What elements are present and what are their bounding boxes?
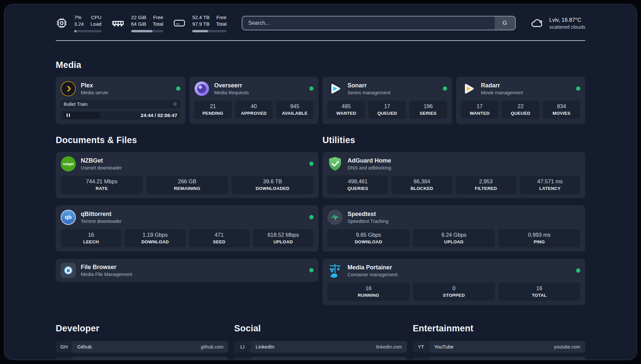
memory-icon xyxy=(111,18,125,28)
stat-tile: 86,384 BLOCKED xyxy=(391,176,452,194)
app-link-adguard[interactable]: AdGuard Home DNS and adblocking xyxy=(327,156,580,171)
bookmark-name: Twitter xyxy=(256,360,270,360)
search-engine-button[interactable]: G xyxy=(495,16,515,30)
app-name: qBittorrent xyxy=(81,211,122,218)
cpu-load-value: 3.24 xyxy=(74,21,84,27)
app-description: Usenet downloader xyxy=(81,165,122,170)
stat-tile: 39.6 TB DOWNLOADED xyxy=(231,176,314,194)
dashboard: 7% 3.24 CPU Load xyxy=(4,4,637,360)
section-title-utilities: Utilities xyxy=(322,135,585,145)
storage-progress-bar xyxy=(192,30,227,32)
section-documents: Documents & Files nzbget NZBGet Usenet d… xyxy=(56,124,319,305)
app-description: Speedtest Tracking xyxy=(348,219,388,224)
app-link-portainer[interactable]: Media Portainer Container management xyxy=(327,263,580,278)
app-name: Radarr xyxy=(481,82,523,89)
section-title-developer: Developer xyxy=(56,323,228,334)
app-link-nzbget[interactable]: nzbget NZBGet Usenet downloader xyxy=(61,156,314,171)
stat-tile: 16 RUNNING xyxy=(327,283,410,301)
cpu-stat: 7% 3.24 CPU Load xyxy=(56,14,102,32)
bookmark-name: YouTube xyxy=(434,344,454,349)
overseerr-icon xyxy=(194,81,209,96)
gear-icon[interactable] xyxy=(172,102,177,106)
status-dot xyxy=(443,86,447,91)
memory-total-value: 64 GiB xyxy=(131,21,146,27)
app-link-radarr[interactable]: Radarr Movie management xyxy=(461,81,581,96)
plex-icon xyxy=(61,81,76,96)
storage-icon xyxy=(173,18,186,28)
bookmark-name: Github xyxy=(77,344,92,349)
app-card-overseerr: Overseerr Media Requests 21 PENDING 40 A… xyxy=(189,77,319,124)
bookmark-url: twitter.com xyxy=(380,360,402,360)
memory-free-value: 22 GiB xyxy=(131,14,146,21)
stat-tile: 498,461 QUERIES xyxy=(327,176,388,194)
app-name: Sonarr xyxy=(348,82,390,89)
stat-tile: 16 TOTAL xyxy=(498,283,580,301)
cpu-usage-label: CPU xyxy=(90,14,101,21)
top-bar: 7% 3.24 CPU Load xyxy=(56,4,585,32)
speedtest-icon xyxy=(327,210,343,225)
section-title-media: Media xyxy=(56,60,585,70)
app-description: Movie management xyxy=(481,90,523,95)
playback-time: 24:44 / 02:06:47 xyxy=(141,112,177,118)
app-description: Media File Management xyxy=(81,272,132,277)
status-dot xyxy=(176,86,180,91)
stat-tile: 2,953 FILTERED xyxy=(456,176,516,194)
bookmark-abbr: LI xyxy=(234,341,251,353)
storage-free-value: 52.4 TB xyxy=(192,14,209,21)
stat-tile: 618.52 Mbps UPLOAD xyxy=(253,229,314,247)
app-link-overseerr[interactable]: Overseerr Media Requests xyxy=(194,81,314,96)
nzbget-icon: nzbget xyxy=(61,156,76,171)
app-name: AdGuard Home xyxy=(348,157,391,164)
app-link-filebrowser[interactable]: File Browser Media File Management xyxy=(61,263,314,278)
weather-location-temp: Lviv, 16.87°C xyxy=(549,17,585,23)
app-card-adguard: AdGuard Home DNS and adblocking 498,461 … xyxy=(322,152,585,198)
bookmark-abbr: NF xyxy=(413,357,429,360)
bookmark-twitter[interactable]: TW Twitter twitter.com xyxy=(234,357,407,360)
storage-free-label: Free xyxy=(216,14,227,21)
app-link-speedtest[interactable]: Speedtest Speedtest Tracking xyxy=(327,210,580,225)
header-divider xyxy=(56,40,585,41)
bookmark-linkedin[interactable]: LI LinkedIn linkedin.com xyxy=(234,341,407,353)
stat-tile: 196 SERIES xyxy=(409,101,447,119)
stat-tile: 9.24 Gbps UPLOAD xyxy=(413,229,495,247)
app-name: Overseerr xyxy=(214,82,249,89)
section-utilities: Utilities AdGuard H xyxy=(322,124,585,305)
bookmark-name: LinkedIn xyxy=(256,344,274,349)
app-description: Series management xyxy=(348,90,390,95)
bookmark-netflix[interactable]: NF Netflix netflix.com xyxy=(413,357,585,360)
status-dot xyxy=(309,86,314,91)
storage-stat: 52.4 TB 97.9 TB Free Total xyxy=(173,14,227,32)
app-link-qbittorrent[interactable]: qb qBittorrent Torrent downloader xyxy=(61,210,314,225)
cpu-progress-bar xyxy=(74,30,102,32)
app-name: Media Portainer xyxy=(348,264,398,271)
bookmark-url: github.com xyxy=(201,344,223,349)
memory-stat: 22 GiB 64 GiB Free Total xyxy=(111,14,164,32)
stat-tile: 945 AVAILABLE xyxy=(276,101,314,119)
bookmark-url: netflix.com xyxy=(558,360,580,360)
bookmarks-entertainment: Entertainment YT YouTube youtube.com NF … xyxy=(413,323,585,360)
bookmarks-social: Social LI LinkedIn linkedin.com TW Twitt… xyxy=(234,323,407,360)
bookmark-url: stackoverflow.com xyxy=(186,360,223,360)
app-link-plex[interactable]: Plex Media server xyxy=(61,81,180,96)
search-input[interactable] xyxy=(242,16,495,30)
plex-now-playing: Bullet Train 24:44 / 02:06:47 xyxy=(61,100,180,120)
pause-button[interactable] xyxy=(64,112,100,119)
app-link-sonarr[interactable]: Sonarr Series management xyxy=(327,81,447,96)
bookmark-youtube[interactable]: YT YouTube youtube.com xyxy=(413,341,585,353)
stat-tile: 22 QUEUED xyxy=(502,101,539,119)
status-dot xyxy=(309,215,314,219)
qbittorrent-icon: qb xyxy=(61,210,76,225)
bookmark-abbr: TW xyxy=(234,357,251,360)
app-card-nzbget: nzbget NZBGet Usenet downloader 744.21 M… xyxy=(56,152,319,198)
app-card-plex: Plex Media server Bullet Train xyxy=(56,77,185,124)
status-dot xyxy=(309,268,314,272)
cpu-load-label: Load xyxy=(90,21,101,27)
weather-condition: scattered clouds xyxy=(549,24,585,30)
bookmark-github[interactable]: GH Github github.com xyxy=(56,341,228,353)
status-dot xyxy=(309,162,314,166)
bookmark-stackoverflow[interactable]: SO StackOverflow stackoverflow.com xyxy=(56,357,228,360)
radarr-icon xyxy=(461,81,476,96)
stat-tile: 266 GB REMAINING xyxy=(146,176,228,194)
app-card-radarr: Radarr Movie management 17 WANTED 22 QUE… xyxy=(456,77,586,124)
memory-progress-bar xyxy=(131,30,164,32)
